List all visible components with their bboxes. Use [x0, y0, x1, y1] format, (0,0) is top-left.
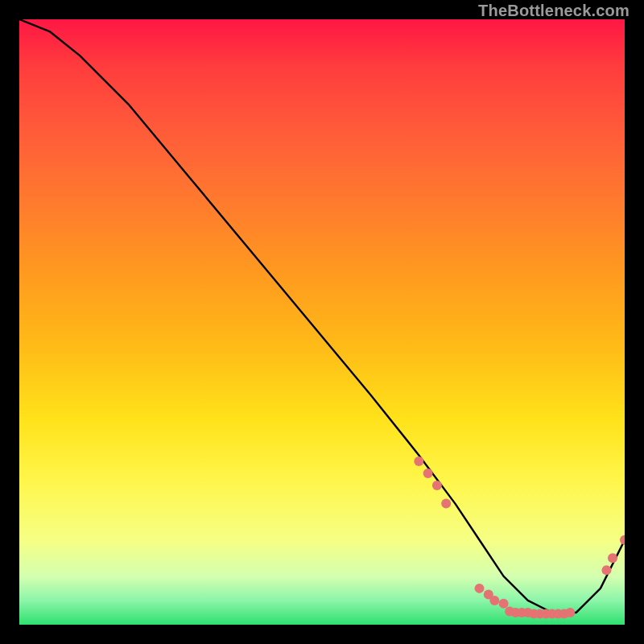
marker-dot [601, 565, 611, 575]
marker-dot [620, 535, 625, 545]
plot-area [19, 19, 625, 625]
attribution-watermark: TheBottleneck.com [478, 2, 630, 19]
marker-dot [423, 469, 433, 478]
marker-dot [441, 499, 451, 509]
marker-dot [414, 456, 423, 466]
marker-dot [608, 553, 617, 563]
marker-dot [499, 599, 509, 609]
marker-dot [489, 596, 499, 605]
series-bottleneck-curve [19, 19, 625, 613]
marker-dot [565, 608, 575, 617]
chart-stage: TheBottleneck.com [0, 0, 644, 644]
curve-layer [19, 19, 625, 625]
marker-dot [432, 481, 442, 490]
marker-dot [475, 584, 485, 593]
